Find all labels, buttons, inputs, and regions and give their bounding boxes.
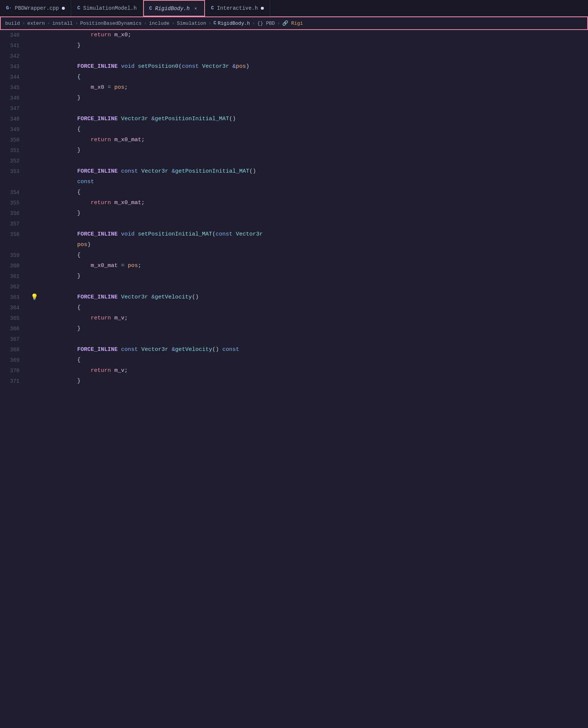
- code-content: [49, 103, 588, 114]
- breadcrumb-extern[interactable]: extern: [27, 21, 45, 26]
- table-row: 346 }: [0, 93, 588, 103]
- modified-indicator: [62, 7, 65, 10]
- table-row: 359 {: [0, 250, 588, 261]
- line-number: 367: [0, 334, 27, 345]
- breadcrumb-build[interactable]: build: [5, 21, 20, 26]
- breadcrumb-include[interactable]: include: [149, 21, 170, 26]
- table-row: 364 {: [0, 303, 588, 313]
- table-row: 357: [0, 219, 588, 229]
- table-row: 361 }: [0, 271, 588, 282]
- code-content: pos): [49, 240, 588, 250]
- tab-label: Interactive.h: [217, 5, 258, 11]
- c-icon: C: [211, 5, 214, 11]
- code-content: }: [49, 376, 588, 386]
- table-row: 351 }: [0, 145, 588, 156]
- tab-rigidbody[interactable]: C RigidBody.h ✕: [143, 0, 205, 16]
- lightbulb-icon[interactable]: 💡: [31, 292, 38, 303]
- code-content: FORCE_INLINE const Vector3r &getPosition…: [49, 166, 588, 177]
- line-number: 343: [0, 61, 27, 72]
- line-number: 351: [0, 145, 27, 156]
- line-number: 346: [0, 93, 27, 103]
- line-number: 340: [0, 30, 27, 40]
- code-content: }: [49, 145, 588, 156]
- table-row: 371 }: [0, 376, 588, 386]
- line-number: 348: [0, 114, 27, 124]
- line-number: 345: [0, 82, 27, 93]
- editor: 340 return m_x0; 341 } 342 343: [0, 30, 588, 386]
- table-row: 366 }: [0, 324, 588, 334]
- table-row: 349 {: [0, 124, 588, 135]
- line-number: 371: [0, 376, 27, 386]
- code-content: m_x0_mat = pos;: [49, 261, 588, 271]
- c-icon: C: [77, 5, 80, 11]
- line-number: 370: [0, 365, 27, 376]
- code-content: {: [49, 124, 588, 135]
- code-content: [49, 219, 588, 229]
- table-row: 369 {: [0, 355, 588, 365]
- code-content: FORCE_INLINE const Vector3r &getVelocity…: [49, 345, 588, 355]
- breadcrumb-simulation[interactable]: Simulation: [177, 21, 206, 26]
- tab-interactive[interactable]: C Interactive.h: [205, 0, 270, 16]
- code-content: {: [49, 355, 588, 365]
- code-content: }: [49, 324, 588, 334]
- tab-simmodel[interactable]: C SimulationModel.h: [71, 0, 143, 16]
- tab-pbdwrapper[interactable]: G· PBDWrapper.cpp: [0, 0, 71, 16]
- breadcrumb-rigi[interactable]: 🔗 Rigi: [282, 20, 303, 26]
- line-number: 341: [0, 40, 27, 51]
- line-number: 352: [0, 156, 27, 166]
- line-number: 359: [0, 250, 27, 261]
- c-icon: C: [149, 6, 152, 11]
- breadcrumb: build › extern › install › PositionBased…: [0, 16, 588, 30]
- code-content: const: [49, 177, 588, 187]
- code-content: [49, 51, 588, 61]
- table-row: pos): [0, 240, 588, 250]
- line-number: 355: [0, 198, 27, 208]
- line-number: 361: [0, 271, 27, 282]
- table-row: 352: [0, 156, 588, 166]
- breadcrumb-pbd-ns[interactable]: {} PBD: [257, 21, 275, 26]
- line-number: 342: [0, 51, 27, 61]
- line-number: 366: [0, 324, 27, 334]
- table-row: 368 FORCE_INLINE const Vector3r &getVelo…: [0, 345, 588, 355]
- tab-label: RigidBody.h: [155, 6, 190, 12]
- code-content: [49, 334, 588, 345]
- line-number: 360: [0, 261, 27, 271]
- table-row: 354 {: [0, 187, 588, 198]
- code-content: FORCE_INLINE void setPosition0(const Vec…: [49, 61, 588, 72]
- c-breadcrumb-icon: C: [214, 21, 216, 26]
- code-content: }: [49, 271, 588, 282]
- table-row: 345 m_x0 = pos;: [0, 82, 588, 93]
- line-number: 364: [0, 303, 27, 313]
- code-content: return m_x0;: [49, 30, 588, 40]
- breadcrumb-pbd[interactable]: PositionBasedDynamics: [80, 21, 142, 26]
- close-tab-button[interactable]: ✕: [193, 6, 199, 12]
- table-row: 367: [0, 334, 588, 345]
- line-number: 362: [0, 282, 27, 292]
- code-content: FORCE_INLINE Vector3r &getPositionInitia…: [49, 114, 588, 124]
- line-number: 350: [0, 135, 27, 145]
- line-number: 368: [0, 345, 27, 355]
- table-row: 342: [0, 51, 588, 61]
- table-row: 370 return m_v;: [0, 365, 588, 376]
- code-content: return m_x0_mat;: [49, 198, 588, 208]
- table-row: 363 💡 FORCE_INLINE Vector3r &getVelocity…: [0, 292, 588, 303]
- modified-indicator: [261, 7, 264, 10]
- table-row: 350 return m_x0_mat;: [0, 135, 588, 145]
- tab-bar: G· PBDWrapper.cpp C SimulationModel.h C …: [0, 0, 588, 16]
- table-row: 353 FORCE_INLINE const Vector3r &getPosi…: [0, 166, 588, 177]
- line-number: 363: [0, 292, 27, 303]
- line-number: 349: [0, 124, 27, 135]
- cpp-icon: G·: [6, 5, 12, 11]
- tab-label: SimulationModel.h: [83, 5, 137, 11]
- breadcrumb-install[interactable]: install: [52, 21, 73, 26]
- line-number: 365: [0, 313, 27, 324]
- line-number: 356: [0, 208, 27, 219]
- table-row: 343 FORCE_INLINE void setPosition0(const…: [0, 61, 588, 72]
- table-row: 365 return m_v;: [0, 313, 588, 324]
- code-content: [49, 282, 588, 292]
- line-number: 354: [0, 187, 27, 198]
- line-number: 358: [0, 229, 27, 240]
- gutter: 💡: [27, 292, 42, 303]
- code-content: return m_v;: [49, 365, 588, 376]
- breadcrumb-rigidbody[interactable]: RigidBody.h: [218, 21, 250, 26]
